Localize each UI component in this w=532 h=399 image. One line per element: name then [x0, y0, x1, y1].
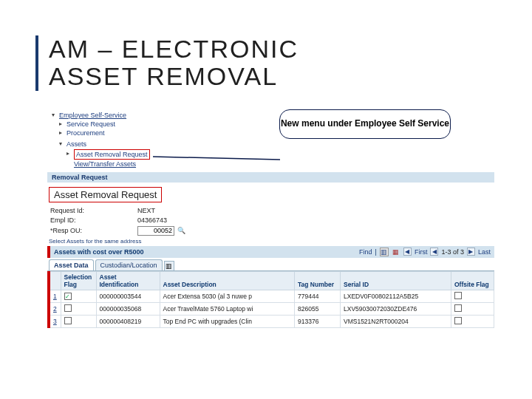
selection-checkbox[interactable] [64, 317, 72, 324]
download-icon[interactable]: ▦ [392, 248, 400, 256]
grid-tabs: Asset Data Custodian/Location ▥ [47, 258, 494, 271]
range-text: 1-3 of 3 [441, 248, 464, 256]
separator: | [375, 248, 377, 256]
col-offsite-flag: Offsite Flag [451, 271, 494, 290]
section-bar-label: Removal Request [52, 174, 108, 181]
row-index-link[interactable]: 3 [53, 318, 57, 325]
cell-asset-id: 000000408219 [96, 315, 160, 327]
nav-item-label: Service Request [66, 120, 115, 129]
lookup-icon[interactable]: 🔍 [177, 226, 185, 235]
col-tag-number: Tag Number [295, 271, 341, 290]
offsite-checkbox[interactable] [454, 304, 462, 312]
chevron-down-icon: ▾ [52, 112, 58, 120]
grid-title: Assets with cost over R5000 [54, 248, 144, 256]
cell-tag-number: 779444 [295, 290, 341, 302]
resp-ou-label: Resp OU: [47, 227, 100, 234]
slide-title: AM – ELECTRONIC ASSET REMOVAL [49, 35, 299, 91]
col-selection-flag: Selection Flag [61, 271, 96, 290]
nav-item-label: Assets [66, 140, 86, 149]
grid-header-row: Selection Flag Asset Identification Asse… [49, 271, 494, 290]
cell-asset-description: Acer Extensa 5030 (al 3 nuwe p [160, 290, 295, 302]
resp-ou-input[interactable] [137, 226, 174, 236]
title-vertical-rule [35, 35, 38, 91]
col-serial-id: Serial ID [341, 271, 451, 290]
callout-text: New menu under Employee Self Service [281, 119, 449, 129]
cell-asset-description: Top End PC with upgrades (Clin [160, 315, 295, 327]
nav-item-label: Asset Removal Request [76, 151, 148, 158]
grid-header-bar: Assets with cost over R5000 Find | ▥ ▦ ◀… [47, 246, 494, 258]
request-id-label: Request Id: [47, 207, 100, 214]
form-block: Request Id: NEXT Empl ID: 04366743 Resp … [47, 207, 494, 236]
nav-item-label: Procurement [66, 129, 105, 137]
table-row: 1✓000000003544Acer Extensa 5030 (al 3 nu… [49, 290, 494, 302]
first-page-button[interactable]: ◀ [403, 248, 412, 256]
cell-serial-id: LXV59030072030ZDE476 [341, 302, 451, 315]
offsite-checkbox[interactable] [454, 317, 462, 324]
form-row-request-id: Request Id: NEXT [47, 207, 494, 214]
offsite-checkbox[interactable] [454, 292, 462, 299]
chevron-right-icon: ▸ [66, 150, 72, 158]
table-row: 2000000035068Acer TravelMate 5760 Laptop… [49, 302, 494, 315]
find-link[interactable]: Find [359, 248, 372, 256]
prev-page-button[interactable]: ◀ [430, 248, 438, 256]
selection-checkbox[interactable]: ✓ [64, 293, 72, 300]
form-row-resp-ou: Resp OU: 🔍 [47, 226, 494, 236]
col-asset-description: Asset Description [160, 271, 295, 290]
table-row: 3000000408219Top End PC with upgrades (C… [49, 315, 494, 327]
empl-id-value: 04366743 [137, 216, 167, 224]
next-page-button[interactable]: ▶ [467, 248, 475, 256]
callout-box: New menu under Employee Self Service [279, 109, 451, 139]
tab-asset-data[interactable]: Asset Data [49, 259, 94, 270]
selection-checkbox[interactable] [64, 304, 72, 312]
highlight-asset-removal: Asset Removal Request [74, 149, 150, 160]
hint-text: Select Assets for the same address [49, 238, 493, 245]
chevron-right-icon: ▸ [59, 120, 65, 129]
nav-item-label: View/Transfer Assets [74, 160, 136, 168]
asset-grid: Selection Flag Asset Identification Asse… [47, 271, 494, 328]
grid-nav: Find | ▥ ▦ ◀ First ◀ 1-3 of 3 ▶ Last [359, 248, 491, 256]
row-index-link[interactable]: 2 [53, 305, 57, 313]
cell-tag-number: 826055 [295, 302, 341, 315]
cell-asset-id: 000000003544 [96, 290, 160, 302]
cell-asset-id: 000000035068 [96, 302, 160, 315]
cell-tag-number: 913376 [295, 315, 341, 327]
form-row-empl-id: Empl ID: 04366743 [47, 216, 494, 224]
request-id-value: NEXT [137, 207, 155, 214]
cell-serial-id: LXEDV0F00802112A5B25 [341, 290, 451, 302]
chevron-down-icon: ▾ [59, 140, 65, 149]
cell-asset-description: Acer TravelMate 5760 Laptop wi [160, 302, 295, 315]
view-all-icon[interactable]: ▥ [380, 248, 389, 256]
tab-custodian-location[interactable]: Custodian/Location [95, 259, 163, 270]
empl-id-label: Empl ID: [47, 216, 100, 224]
app-frame: ▾ Employee Self-Service ▸ Service Reques… [47, 109, 494, 328]
cell-serial-id: VMS1521N2RT000204 [341, 315, 451, 327]
nav-root-label: Employee Self-Service [59, 111, 126, 120]
svg-line-0 [153, 157, 280, 160]
first-label: First [415, 248, 428, 256]
col-index [49, 271, 61, 290]
page-heading: Asset Removal Request [49, 187, 162, 202]
chevron-right-icon: ▸ [59, 129, 65, 137]
last-label: Last [478, 248, 491, 256]
show-all-columns-icon[interactable]: ▥ [164, 261, 174, 270]
row-index-link[interactable]: 1 [53, 293, 57, 300]
callout-connector [151, 155, 284, 207]
nav-item-assets[interactable]: ▾ Assets [52, 140, 494, 149]
col-asset-identification: Asset Identification [96, 271, 160, 290]
slide-title-block: AM – ELECTRONIC ASSET REMOVAL [35, 35, 299, 91]
